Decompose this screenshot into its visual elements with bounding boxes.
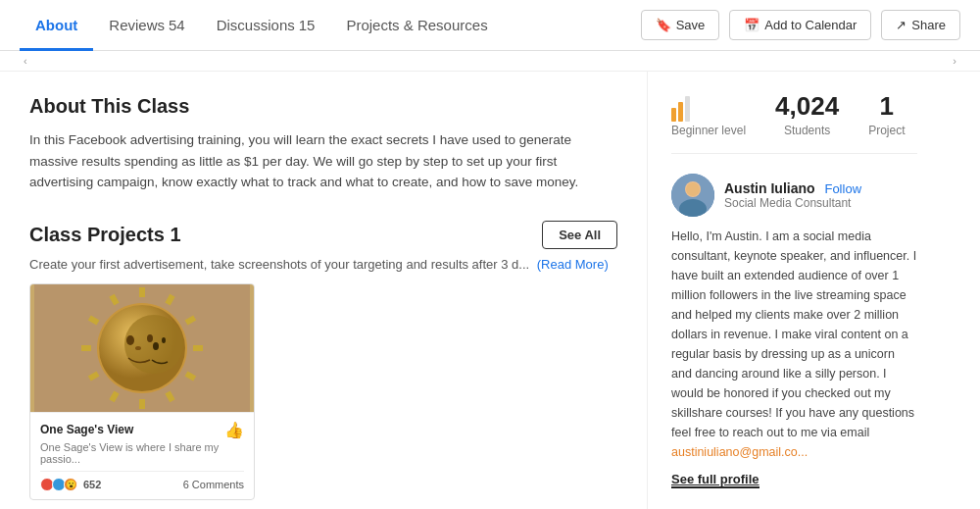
- comments-count[interactable]: 6 Comments: [183, 479, 244, 490]
- reaction-dots: 😮: [40, 478, 77, 491]
- scroll-right-arrow[interactable]: ›: [949, 55, 960, 67]
- navigation-bar: About Reviews 54 Discussions 15 Projects…: [0, 0, 980, 51]
- thumbs-up-icon[interactable]: 👍: [224, 421, 244, 439]
- project-card-image: [30, 284, 254, 412]
- projects-section: Class Projects 1 See All Create your fir…: [29, 221, 617, 509]
- svg-point-18: [135, 346, 141, 350]
- share-icon: ↗: [896, 18, 906, 32]
- save-button[interactable]: 🔖 Save: [641, 10, 720, 40]
- level-label: Beginner level: [671, 124, 746, 137]
- reviews-badge: 54: [169, 17, 185, 33]
- projects-title: Class Projects 1: [29, 224, 181, 246]
- svg-point-16: [126, 335, 134, 345]
- scroll-left-arrow[interactable]: ‹: [20, 55, 31, 67]
- email-highlight: austiniuliano@gmail.co...: [671, 445, 808, 459]
- project-card: One Sage's View 👍 One Sage's View is whe…: [29, 283, 255, 500]
- about-section: About This Class In this Facebook advert…: [29, 95, 617, 193]
- calendar-icon: 📅: [744, 18, 760, 32]
- students-stat: 4,024 Students: [775, 91, 839, 137]
- reaction-count: 652: [83, 479, 101, 490]
- svg-point-17: [147, 334, 153, 342]
- scroll-hint: ‹ ›: [0, 51, 980, 72]
- left-panel: About This Class In this Facebook advert…: [0, 72, 647, 509]
- card-footer: One Sage's View 👍 One Sage's View is whe…: [30, 412, 254, 499]
- svg-point-24: [686, 182, 700, 196]
- card-title-row: One Sage's View 👍: [40, 421, 244, 439]
- students-count: 4,024: [775, 91, 839, 122]
- see-full-profile-link[interactable]: See full profile: [671, 472, 760, 488]
- avatar-image: [671, 174, 714, 217]
- nav-actions: 🔖 Save 📅 Add to Calendar ↗ Share: [641, 10, 960, 40]
- level-stat: Beginner level: [671, 92, 746, 137]
- stats-row: Beginner level 4,024 Students 1 Project: [671, 91, 917, 154]
- project-label: Project: [868, 124, 905, 137]
- svg-point-19: [153, 342, 159, 350]
- card-reactions: 😮 652 6 Comments: [40, 471, 244, 491]
- students-label: Students: [775, 124, 839, 137]
- avatar: [671, 174, 714, 217]
- card-title: One Sage's View: [40, 423, 133, 436]
- bar-1: [671, 108, 676, 122]
- share-button[interactable]: ↗ Share: [881, 10, 960, 40]
- tab-about[interactable]: About: [20, 0, 93, 51]
- instructor-role: Social Media Consultant: [724, 196, 861, 210]
- bookmark-icon: 🔖: [656, 18, 671, 32]
- right-panel: Beginner level 4,024 Students 1 Project: [647, 72, 941, 509]
- instructor-row: Austin Iuliano Follow Social Media Consu…: [671, 174, 917, 217]
- see-all-button[interactable]: See All: [542, 221, 617, 249]
- bar-3: [685, 96, 690, 122]
- instructor-name-row: Austin Iuliano Follow: [724, 180, 861, 196]
- tab-discussions[interactable]: Discussions 15: [201, 0, 331, 51]
- instructor-info: Austin Iuliano Follow Social Media Consu…: [724, 180, 861, 210]
- add-to-calendar-button[interactable]: 📅 Add to Calendar: [729, 10, 871, 40]
- tab-reviews[interactable]: Reviews 54: [93, 0, 200, 51]
- about-text: In this Facebook advertising training, y…: [29, 129, 617, 193]
- tab-projects[interactable]: Projects & Resources: [330, 0, 503, 51]
- instructor-bio: Hello, I'm Austin. I am a social media c…: [671, 227, 917, 462]
- discussions-badge: 15: [299, 17, 316, 33]
- project-count: 1: [868, 91, 905, 122]
- read-more-link[interactable]: (Read More): [537, 257, 609, 272]
- project-description: Create your first advertisement, take sc…: [29, 257, 617, 272]
- projects-header: Class Projects 1 See All: [29, 221, 617, 249]
- project-image-svg: [34, 284, 250, 412]
- card-subtitle: One Sage's View is where I share my pass…: [40, 441, 244, 465]
- instructor-name: Austin Iuliano: [724, 180, 815, 196]
- follow-link[interactable]: Follow: [824, 181, 861, 196]
- about-title: About This Class: [29, 95, 617, 118]
- project-stat: 1 Project: [868, 91, 905, 137]
- wow-reaction: 😮: [64, 478, 77, 491]
- svg-point-20: [162, 337, 166, 343]
- bar-2: [678, 102, 683, 122]
- main-content: About This Class In this Facebook advert…: [0, 72, 980, 509]
- level-icon: [671, 92, 746, 122]
